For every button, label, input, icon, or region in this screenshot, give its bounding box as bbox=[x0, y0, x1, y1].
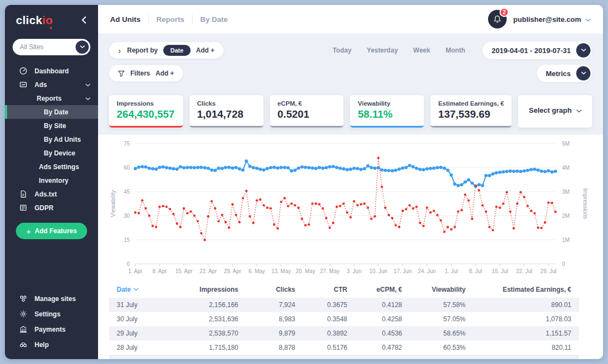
sidebar-item-ads-settings[interactable]: Ads Settings bbox=[5, 160, 98, 174]
range-month[interactable]: Month bbox=[445, 47, 465, 54]
tab-ad-units[interactable]: Ad Units bbox=[110, 15, 141, 24]
card-viewability[interactable]: Viewability 58.11% bbox=[350, 95, 424, 128]
cell-estimated-earnings: 890.01 bbox=[466, 301, 571, 309]
content: Report by Date Add + Today Yesterday Wee… bbox=[98, 33, 603, 359]
chevron-down-icon bbox=[586, 15, 591, 24]
cell-date: 30 July bbox=[117, 315, 177, 323]
sidebar-item-inventory[interactable]: Inventory bbox=[5, 174, 98, 187]
filters-add-button[interactable]: Add + bbox=[156, 70, 174, 77]
card-estimated-earnings[interactable]: Estimated Earnings, € 137,539.69 bbox=[431, 95, 512, 128]
metrics-label: Metrics bbox=[546, 70, 571, 78]
cell-date: 29 July bbox=[117, 330, 177, 337]
divider bbox=[148, 15, 149, 24]
svg-text:0: 0 bbox=[127, 261, 130, 267]
column-header-impressions[interactable]: Impressions bbox=[177, 286, 238, 293]
cell-impressions: 2,156,166 bbox=[177, 301, 238, 309]
card-ecpm[interactable]: eCPM, € 0.5201 bbox=[270, 95, 344, 128]
sidebar-item-payments[interactable]: Payments bbox=[5, 322, 98, 337]
site-selector[interactable]: All Sites bbox=[13, 39, 90, 55]
cell-date: 28 July bbox=[117, 344, 177, 351]
table-row: 29 July 2,538,570 9,879 0.3892 0.4536 58… bbox=[109, 326, 579, 340]
report-by-pill[interactable]: Report by Date Add + bbox=[109, 42, 223, 59]
svg-text:29. Apr: 29. Apr bbox=[224, 268, 242, 274]
svg-text:24. Jun: 24. Jun bbox=[418, 268, 436, 274]
svg-text:Impressions: Impressions bbox=[582, 188, 589, 219]
range-today[interactable]: Today bbox=[332, 47, 351, 54]
select-graph-dropdown[interactable]: Select graph bbox=[518, 95, 592, 128]
sidebar-item-ads[interactable]: Ads bbox=[5, 78, 98, 91]
cell-date: 31 July bbox=[117, 301, 177, 309]
range-week[interactable]: Week bbox=[413, 47, 430, 54]
svg-text:30: 30 bbox=[124, 213, 130, 219]
select-graph-label: Select graph bbox=[529, 106, 572, 114]
ads-icon bbox=[19, 80, 28, 89]
clickio-logo[interactable]: clickio bbox=[16, 14, 53, 27]
sidebar-item-by-device[interactable]: By Device bbox=[5, 146, 98, 160]
line-chart: 00151M302M453M604M755M1. Apr8. Apr15. Ap… bbox=[109, 138, 592, 279]
cell-estimated-earnings: 1,078.03 bbox=[466, 315, 571, 323]
cell-ecpm: 0.4536 bbox=[347, 330, 402, 337]
column-header-ctr[interactable]: CTR bbox=[295, 286, 347, 293]
tab-reports[interactable]: Reports bbox=[157, 15, 185, 24]
site-selector-value: All Sites bbox=[20, 43, 76, 51]
account-menu[interactable]: publisher@site.com bbox=[513, 15, 591, 24]
filters-pill[interactable]: Filters Add + bbox=[109, 65, 183, 82]
card-value: 0.5201 bbox=[278, 108, 336, 120]
notifications-button[interactable]: 2 bbox=[488, 10, 507, 28]
top-bar: Ad Units Reports By Date 2 publisher@sit… bbox=[98, 5, 603, 33]
report-sheet: 00151M302M453M604M755M1. Apr8. Apr15. Ap… bbox=[98, 135, 603, 359]
cell-impressions: 2,531,636 bbox=[177, 315, 238, 323]
cell-ctr: 0.3675 bbox=[295, 301, 347, 309]
window-frame: clickio All Sites Dashboard Ads Reports bbox=[0, 0, 608, 364]
sidebar-item-reports[interactable]: Reports bbox=[5, 91, 98, 105]
column-header-clicks[interactable]: Clicks bbox=[238, 286, 295, 293]
card-impressions[interactable]: Impressions 264,430,557 bbox=[109, 95, 183, 128]
plus-icon: + bbox=[26, 227, 31, 236]
column-header-viewability[interactable]: Viewability bbox=[402, 286, 466, 293]
sidebar-item-gdpr[interactable]: GDPR bbox=[5, 201, 98, 215]
report-by-label: Report by bbox=[127, 47, 158, 54]
sort-icon bbox=[134, 288, 139, 291]
svg-text:13. May: 13. May bbox=[271, 268, 291, 274]
column-header-date[interactable]: Date bbox=[117, 286, 177, 293]
svg-text:2M: 2M bbox=[562, 213, 570, 219]
sidebar-item-manage-sites[interactable]: Manage sites bbox=[5, 291, 98, 307]
svg-text:0: 0 bbox=[562, 261, 565, 267]
sidebar-item-label: Settings bbox=[5, 310, 60, 318]
chevron-down-icon bbox=[576, 43, 590, 57]
date-range-selector[interactable]: 2019-04-01 - 2019-07-31 bbox=[483, 42, 592, 59]
svg-text:3. Jun: 3. Jun bbox=[347, 268, 362, 274]
svg-text:17. Jun: 17. Jun bbox=[394, 268, 412, 274]
cell-viewability: 60.57% bbox=[402, 358, 466, 359]
add-features-button[interactable]: + Add Features bbox=[16, 223, 87, 239]
sidebar-item-by-site[interactable]: By Site bbox=[5, 119, 98, 132]
column-header-estimated-earnings[interactable]: Estimated Earnings, € bbox=[466, 286, 571, 293]
chevron-down-icon bbox=[576, 106, 582, 114]
report-by-date-chip[interactable]: Date bbox=[163, 45, 191, 56]
sidebar-item-ads-txt[interactable]: Ads.txt bbox=[5, 187, 98, 201]
card-clicks[interactable]: Clicks 1,014,728 bbox=[190, 95, 263, 128]
sidebar-item-help[interactable]: Help bbox=[5, 337, 98, 353]
sidebar-item-label: Reports bbox=[5, 95, 61, 102]
range-yesterday[interactable]: Yesterday bbox=[367, 47, 398, 54]
sidebar-item-settings[interactable]: Settings bbox=[5, 307, 98, 322]
chevron-down-icon bbox=[85, 95, 90, 102]
card-value: 1,014,728 bbox=[197, 108, 256, 120]
sidebar-collapse-icon[interactable] bbox=[79, 15, 88, 26]
svg-text:15: 15 bbox=[124, 237, 130, 243]
cell-date: 27 July bbox=[117, 358, 177, 359]
card-label: Estimated Earnings, € bbox=[438, 100, 504, 107]
metric-cards: Impressions 264,430,557 Clicks 1,014,728… bbox=[109, 95, 592, 128]
logo-accent-text: io bbox=[42, 14, 53, 26]
sidebar-item-by-date[interactable]: By Date bbox=[5, 105, 98, 119]
card-value: 58.11% bbox=[358, 108, 416, 120]
sidebar-item-dashboard[interactable]: Dashboard bbox=[5, 64, 98, 78]
report-by-add-button[interactable]: Add + bbox=[196, 47, 215, 54]
tab-by-date[interactable]: By Date bbox=[200, 15, 228, 24]
sidebar-item-by-ad-units[interactable]: By Ad Units bbox=[5, 132, 98, 146]
column-header-ecpm[interactable]: eCPM, € bbox=[347, 286, 402, 293]
cell-impressions: 1,715,180 bbox=[177, 344, 238, 351]
logo-text: click bbox=[16, 14, 42, 26]
cell-clicks: 8,983 bbox=[238, 315, 295, 323]
metrics-selector[interactable]: Metrics bbox=[537, 65, 592, 82]
